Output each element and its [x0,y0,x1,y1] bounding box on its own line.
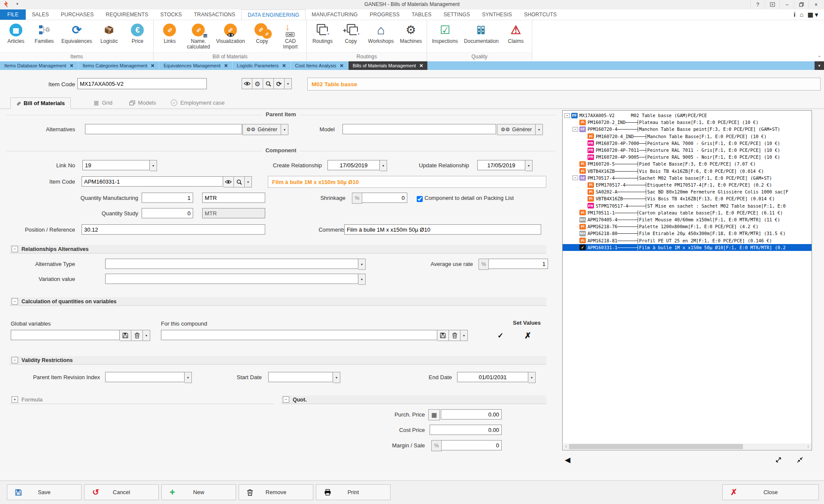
create-relationship-caret[interactable]: ▾ [380,160,387,171]
tab-models[interactable]: Models [124,97,162,108]
item-refresh-button[interactable]: ⟳ [274,78,285,89]
tree-row[interactable]: PiPM160720-4_IND────┤Manchon Table Basse… [563,133,812,140]
menu-tab-data-engineering[interactable]: DATA ENGINEERING [241,9,306,20]
purch-price-calculator-button[interactable]: ▦ [428,409,440,420]
create-relationship-input[interactable] [327,160,380,170]
ribbon-button-visualization[interactable]: ∞Visualization [214,22,247,45]
menu-tab-file[interactable]: FILE [0,9,26,20]
margin-sale-input[interactable] [442,440,502,450]
end-date-caret[interactable]: ▾ [528,372,536,383]
for-this-compound-caret[interactable]: ▾ [460,330,468,341]
tree-row[interactable]: PiAPM16218-81───────┤Profil PE UT 25 en … [563,237,812,244]
global-variables-caret[interactable]: ▾ [143,330,150,341]
tree-row[interactable]: PRPM160720-4P-7011──┤Peinture RAL 7011 -… [563,147,812,154]
shrinkage-input[interactable] [362,193,407,203]
tab-bill-of-materials[interactable]: ∞Bill of Materials [10,97,71,109]
for-this-compound-input[interactable] [161,330,437,340]
tree-row[interactable]: PiPM170511-1────────┤Carton plateau tabl… [563,209,812,216]
alternative-type-caret[interactable]: ▾ [358,259,366,270]
component-item-code-input[interactable] [82,176,223,187]
component-eye-button[interactable] [223,176,234,187]
tree-row[interactable]: PRPM160720-4P-7000──┤Peinture RAL 7000 -… [563,140,812,147]
tree-row[interactable]: MAAPM170405-4───────┤Filet Mousse 40/60m… [563,216,812,223]
variation-value-input[interactable] [105,274,358,284]
link-no-input[interactable] [82,160,150,170]
tree-expand-all-icon[interactable] [775,456,782,465]
ribbon-options-button[interactable] [765,0,779,9]
info-icon[interactable]: i [794,11,795,18]
menu-tab-purchases[interactable]: PURCHASES [55,9,100,20]
parent-item-revision-index-caret[interactable]: ▾ [185,372,192,383]
doc-tab-items-categories-management[interactable]: Items Categories Management✕ [79,61,160,70]
doc-tab-equivalences-management[interactable]: Equivalences Management✕ [159,61,233,70]
tree-collapse-icon[interactable]: − [573,175,578,180]
ribbon-button-inspections[interactable]: ☑Inspections [430,22,460,45]
close-tab-icon[interactable]: ✕ [282,63,286,69]
collapse-minus-icon[interactable]: − [12,298,18,305]
doc-tab-cost-items-analysis[interactable]: Cost Items Analysis✕ [291,61,348,70]
tab-employment-case[interactable]: ✓Employment case [165,97,230,108]
set-values-apply-check-button[interactable]: ✓ [495,330,506,341]
ribbon-button-claims[interactable]: ⚠Claims [503,22,529,45]
menu-tab-settings[interactable]: SETTINGS [438,9,476,20]
restore-button[interactable] [794,0,809,9]
save-button[interactable]: Save [7,484,82,500]
menu-tab-stocks[interactable]: STOCKS [154,9,188,20]
parent-item-revision-index-input[interactable] [105,372,185,382]
close-tab-icon[interactable]: ✕ [340,63,344,69]
component-search-caret[interactable]: ▾ [245,176,252,187]
tab-grid[interactable]: ▦Grid [88,97,118,108]
tree-collapse-icon[interactable]: − [573,127,578,132]
collapse-minus-icon[interactable]: − [12,246,18,252]
packing-list-checkbox[interactable] [417,196,423,202]
doc-tabs-overflow-caret[interactable]: ▾ [815,61,824,70]
ribbon-button-copy[interactable]: +◔Copy [338,22,364,45]
model-generate-button[interactable]: ⚙⚙Générer [497,124,536,135]
start-date-caret[interactable]: ▾ [333,372,340,383]
tree-row[interactable]: PiVBTB4X16ZB────────┤Vis Bois TB 4x16ZB[… [563,168,812,175]
new-button[interactable]: +New [161,484,236,500]
menu-tab-transactions[interactable]: TRANSACTIONS [188,9,241,20]
menu-tab-shortcuts[interactable]: SHORTCUTS [518,9,563,20]
tree-row[interactable]: PRPM160720-4P-9005──┤Peinture RAL 9005 -… [563,154,812,160]
ribbon-button-machines[interactable]: ⚙Machines [397,22,424,45]
tree-row[interactable]: −SEPPM160720-4───────┤Manchon Table Bass… [563,126,812,133]
global-variables-trash-button[interactable] [131,330,143,341]
tree-back-arrow-icon[interactable]: ◀ [565,456,570,465]
ribbon-button-equivalences[interactable]: ⟳Equivalences [59,22,94,45]
qty-study-input[interactable] [142,208,193,218]
collapse-minus-icon[interactable]: − [283,396,289,403]
ribbon-collapse-icon[interactable]: ⌃ [818,55,821,60]
update-relationship-caret[interactable]: ▾ [525,160,533,171]
expand-plus-icon[interactable]: + [12,396,18,403]
global-variables-input[interactable] [11,330,120,340]
ribbon-button-cad-import[interactable]: ↓CADCAD Import [277,22,304,50]
link-no-caret[interactable]: ▾ [150,160,157,171]
qty-manufacturing-input[interactable] [142,193,193,203]
alternatives-input[interactable] [85,124,242,134]
item-search-button[interactable] [263,78,274,89]
tree-row[interactable]: PiSA0202-A──────────┤Sac BD 80x120mm Fer… [563,188,812,195]
ribbon-button-name-calculated[interactable]: ∞▦Name. calculated [185,22,212,50]
tree-row[interactable]: ✓APM160331-1───────┤Film à bulle 1M x x1… [563,244,812,251]
collapse-minus-icon[interactable]: − [12,357,18,363]
tree-row[interactable]: −PFMX17AXA005-V2 M02 Table basse (GAM)PC… [563,112,812,119]
ribbon-button-logistic[interactable]: Logistic [96,22,122,45]
tree-row[interactable]: PiAPM16218-76───────┤Palette 1200x800mm[… [563,223,812,230]
purch-price-input[interactable] [441,409,502,419]
ribbon-button-links[interactable]: ∞Links [156,22,183,45]
menu-tab-requirements[interactable]: REQUIREMENTS [100,9,154,20]
scroll-right-icon[interactable]: › [805,444,811,449]
menu-tab-sales[interactable]: SALES [26,9,55,20]
doc-tab-logistic-parameters[interactable]: Logistic Parameters✕ [233,61,291,70]
tree-row[interactable]: PiPM160720-2_IND────┤Plateau table basse… [563,119,812,126]
model-input[interactable] [342,124,496,134]
scroll-left-icon[interactable]: ‹ [563,444,569,449]
model-generate-caret[interactable]: ▾ [536,124,543,135]
tree-collapse-icon[interactable]: − [564,113,570,118]
variation-value-caret[interactable]: ▾ [358,274,366,285]
close-tab-icon[interactable]: ✕ [224,63,228,69]
remove-button[interactable]: Remove [239,484,313,500]
print-button[interactable]: Print [316,484,391,500]
item-refresh-caret[interactable]: ▾ [285,78,292,89]
